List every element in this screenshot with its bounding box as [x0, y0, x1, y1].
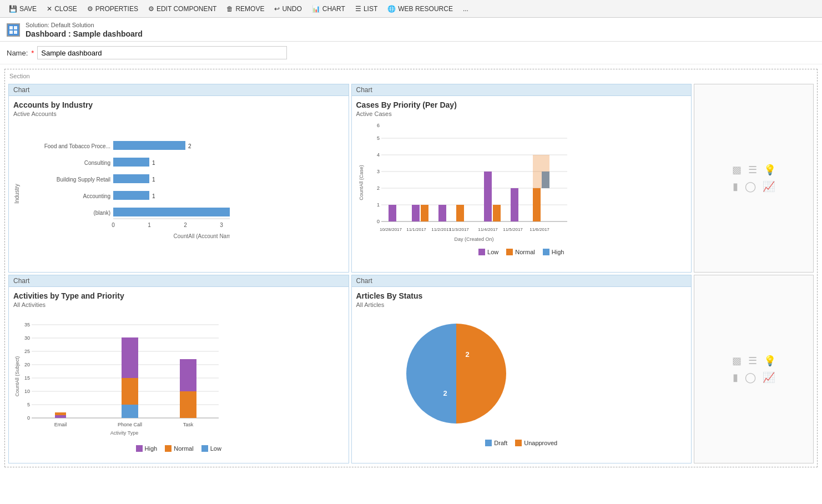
grid-icon-2[interactable]: ▮ — [733, 371, 738, 384]
svg-rect-44 — [484, 172, 492, 221]
svg-rect-82 — [180, 359, 196, 391]
svg-text:20: 20 — [24, 362, 30, 367]
svg-rect-45 — [493, 205, 501, 221]
empty-panel-top-icons: ▩ ☰ 💡 ▮ ◯ 📈 — [732, 164, 776, 193]
svg-text:Task: Task — [183, 422, 194, 427]
properties-button[interactable]: ⚙ PROPERTIES — [83, 3, 143, 14]
web-resource-button[interactable]: 🌐 WEB RESOURCE — [383, 3, 457, 14]
empty-panel-top: ▩ ☰ 💡 ▮ ◯ 📈 — [694, 84, 814, 273]
legend-high: High — [543, 249, 564, 255]
section-wrapper: Section Chart Accounts by Industry Activ… — [4, 69, 818, 467]
list-icon[interactable]: ☰ — [748, 164, 757, 176]
svg-text:6: 6 — [376, 123, 379, 128]
undo-button[interactable]: ↩ UNDO — [270, 3, 306, 14]
dashboard-grid: Chart Accounts by Industry Active Accoun… — [7, 83, 815, 465]
svg-text:(blank): (blank) — [93, 210, 110, 216]
svg-text:Phone Call: Phone Call — [118, 422, 142, 427]
svg-text:3: 3 — [376, 169, 379, 174]
chart1-title: Accounts by Industry — [13, 100, 344, 109]
svg-text:Day (Created On): Day (Created On) — [454, 236, 493, 242]
empty-panel-bottom: ▩ ☰ 💡 ▮ ◯ 📈 — [694, 275, 814, 463]
grid-icon[interactable]: ▮ — [733, 180, 738, 193]
icon-row-1: ▩ ☰ 💡 — [732, 164, 776, 176]
svg-text:5: 5 — [376, 135, 379, 141]
close-icon: ✕ — [47, 5, 52, 13]
svg-text:25: 25 — [24, 349, 30, 354]
chart-panel-2-header: Chart — [352, 84, 692, 96]
legend3-normal-color — [165, 445, 172, 452]
svg-text:Email: Email — [54, 422, 67, 427]
legend3-low-label: Low — [210, 445, 221, 452]
svg-text:11/4/2017: 11/4/2017 — [478, 227, 498, 232]
svg-rect-1 — [14, 26, 17, 29]
chart-panel-3-header: Chart — [9, 275, 349, 287]
chart-line-icon-2[interactable]: 📈 — [763, 371, 775, 384]
icon-row-4: ▮ ◯ 📈 — [733, 371, 775, 384]
legend-low-label: Low — [487, 249, 498, 255]
svg-text:2: 2 — [443, 389, 447, 397]
svg-text:0: 0 — [112, 222, 115, 228]
svg-text:15: 15 — [24, 375, 30, 381]
pie-unapproved — [456, 324, 506, 424]
svg-rect-46 — [511, 188, 518, 221]
remove-button[interactable]: 🗑 REMOVE — [222, 3, 269, 14]
svg-text:5: 5 — [27, 402, 30, 407]
svg-text:11/5/2017: 11/5/2017 — [503, 227, 523, 232]
name-input[interactable] — [37, 46, 287, 59]
chart-panel-1-body: Accounts by Industry Active Accounts Ind… — [9, 96, 349, 272]
lightbulb-icon[interactable]: 💡 — [764, 164, 776, 176]
svg-text:1: 1 — [376, 202, 379, 208]
name-row: Name: * — [0, 42, 822, 64]
trash-icon: 🗑 — [226, 5, 233, 13]
chart-line-icon[interactable]: 📈 — [763, 180, 775, 193]
more-button[interactable]: ... — [458, 3, 473, 14]
chart-panel-1: Chart Accounts by Industry Active Accoun… — [8, 84, 349, 273]
icon-row-3: ▩ ☰ 💡 — [732, 355, 776, 367]
legend3-low: Low — [201, 445, 221, 452]
svg-rect-43 — [456, 205, 464, 221]
icon-row-2: ▮ ◯ 📈 — [733, 180, 775, 193]
chart-button[interactable]: 📊 CHART — [307, 3, 350, 14]
svg-text:1: 1 — [152, 193, 155, 199]
legend-low: Low — [478, 249, 498, 255]
undo-icon: ↩ — [274, 5, 280, 13]
svg-text:11/3/2017: 11/3/2017 — [449, 227, 469, 232]
bar-1 — [113, 141, 185, 150]
legend4-draft-label: Draft — [494, 440, 507, 446]
chart-panel-1-header: Chart — [9, 84, 349, 96]
chart-icon: 📊 — [312, 5, 320, 13]
bar-chart-icon[interactable]: ▩ — [732, 164, 742, 176]
lightbulb-icon-2[interactable]: 💡 — [764, 355, 776, 367]
legend3-normal-label: Normal — [174, 445, 193, 452]
svg-rect-77 — [55, 412, 66, 415]
gear-icon: ⚙ — [87, 5, 93, 13]
svg-text:2: 2 — [376, 185, 379, 191]
svg-rect-40 — [412, 205, 420, 221]
svg-text:10/28/2017: 10/28/2017 — [379, 227, 402, 232]
legend-normal: Normal — [506, 249, 534, 255]
svg-text:11/1/2017: 11/1/2017 — [406, 227, 426, 232]
required-asterisk: * — [31, 49, 34, 57]
chart1-subtitle: Active Accounts — [13, 110, 344, 117]
globe-icon: 🌐 — [387, 5, 396, 13]
list-button[interactable]: ☰ LIST — [351, 3, 382, 14]
edit-component-button[interactable]: ⚙ EDIT COMPONENT — [144, 3, 221, 14]
section-label: Section — [7, 72, 815, 80]
legend3-high-color — [136, 445, 143, 452]
bar-4 — [113, 191, 149, 200]
svg-text:Industry: Industry — [14, 184, 20, 204]
save-button[interactable]: 💾 SAVE — [4, 3, 41, 14]
globe-icon[interactable]: ◯ — [745, 180, 756, 193]
page-header-text: Solution: Default Solution Dashboard : S… — [26, 21, 143, 39]
svg-text:Food and Tobacco Proce...: Food and Tobacco Proce... — [44, 143, 110, 149]
globe-icon-2[interactable]: ◯ — [745, 371, 756, 384]
bar-chart-icon-2[interactable]: ▩ — [732, 355, 742, 367]
chart3-title: Activities by Type and Priority — [13, 291, 344, 300]
svg-rect-81 — [180, 391, 196, 418]
list-icon-2[interactable]: ☰ — [748, 355, 757, 367]
svg-text:11/6/2017: 11/6/2017 — [529, 227, 549, 232]
close-button[interactable]: ✕ CLOSE — [42, 3, 82, 14]
bar-2 — [113, 158, 149, 167]
svg-text:0: 0 — [27, 415, 30, 421]
legend4-draft-color — [485, 440, 492, 446]
